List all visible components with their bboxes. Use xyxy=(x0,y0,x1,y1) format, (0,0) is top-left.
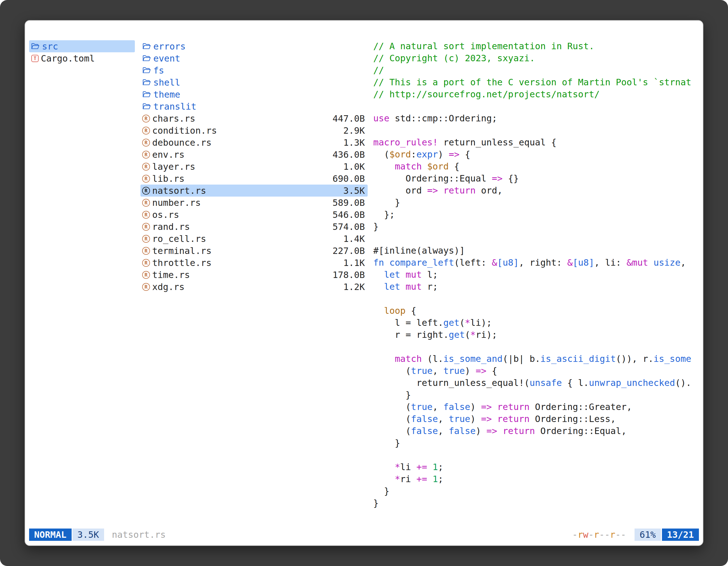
dir-row[interactable]: src xyxy=(29,40,135,52)
code-line: (false, false) => return Ordering::Equal… xyxy=(373,425,699,437)
file-row[interactable]: Rterminal.rs227.0B xyxy=(140,245,368,257)
code-line xyxy=(373,233,699,245)
code-line: *ri += 1; xyxy=(373,473,699,485)
file-name: shell xyxy=(153,77,180,88)
file-size: 178.0B xyxy=(332,270,365,280)
folder-icon xyxy=(142,90,151,99)
rust-file-icon: R xyxy=(142,283,150,291)
file-name: layer.rs xyxy=(152,161,195,172)
code-line: fn compare_left(left: &[u8], right: &[u8… xyxy=(373,257,699,269)
rust-file-icon: R xyxy=(142,271,150,279)
file-size: 690.0B xyxy=(332,173,365,184)
code-line: }; xyxy=(373,209,699,221)
file-name: time.rs xyxy=(152,270,190,280)
code-line: (false, true) => return Ordering::Less, xyxy=(373,413,699,425)
code-line: return_unless_equal!(unsafe { l.unwrap_u… xyxy=(373,377,699,389)
file-name: terminal.rs xyxy=(152,246,212,256)
file-size: 574.0B xyxy=(332,222,365,232)
dir-row[interactable]: fs xyxy=(140,64,368,76)
status-scroll-percent: 61% xyxy=(635,529,661,541)
file-name: condition.rs xyxy=(152,125,217,136)
file-size: 1.4K xyxy=(343,234,365,244)
code-line: macro_rules! return_unless_equal { xyxy=(373,137,699,149)
file-size: 546.0B xyxy=(332,210,365,220)
dir-row[interactable]: theme xyxy=(140,88,368,100)
file-size: 436.0B xyxy=(332,149,365,160)
code-line: (true, true) => { xyxy=(373,365,699,377)
status-permissions: -rw-r--r-- xyxy=(572,529,626,540)
status-filename: natsort.rs xyxy=(112,529,166,540)
file-row[interactable]: Rrand.rs574.0B xyxy=(140,221,368,233)
file-row[interactable]: Renv.rs436.0B xyxy=(140,149,368,161)
folder-icon xyxy=(142,78,151,87)
dir-row[interactable]: shell xyxy=(140,76,368,88)
file-name: Cargo.toml xyxy=(41,53,95,64)
rust-file-icon: R xyxy=(142,223,150,231)
file-row[interactable]: Ros.rs546.0B xyxy=(140,209,368,221)
file-size: 1.3K xyxy=(343,137,365,148)
file-row[interactable]: Rchars.rs447.0B xyxy=(140,112,368,125)
file-name: xdg.rs xyxy=(152,282,185,292)
file-name: natsort.rs xyxy=(152,186,206,196)
code-line: *li += 1; xyxy=(373,461,699,473)
file-name: fs xyxy=(153,65,164,76)
dir-row[interactable]: errors xyxy=(140,40,368,52)
file-row[interactable]: Rdebounce.rs1.3K xyxy=(140,137,368,149)
code-line: } xyxy=(373,485,699,497)
file-row[interactable]: TCargo.toml xyxy=(29,52,135,64)
file-name: chars.rs xyxy=(152,113,195,124)
dir-row[interactable]: event xyxy=(140,52,368,64)
file-size: 3.5K xyxy=(343,186,365,196)
toml-file-icon: T xyxy=(31,55,39,62)
file-row[interactable]: Rlayer.rs1.0K xyxy=(140,161,368,173)
rust-file-icon: R xyxy=(142,115,150,123)
file-size: 589.0B xyxy=(332,198,365,208)
file-name: event xyxy=(153,53,180,64)
rust-file-icon: R xyxy=(142,187,150,195)
code-line: } xyxy=(373,197,699,209)
file-size: 447.0B xyxy=(332,113,365,124)
code-line: l = left.get(*li); xyxy=(373,317,699,329)
file-row[interactable]: Rxdg.rs1.2K xyxy=(140,281,368,293)
file-name: errors xyxy=(153,41,186,52)
code-line xyxy=(373,449,699,461)
file-name: env.rs xyxy=(152,149,185,160)
code-line: } xyxy=(373,437,699,449)
file-row[interactable]: Rnatsort.rs3.5K xyxy=(140,185,368,197)
mode-badge: NORMAL xyxy=(29,529,72,541)
preview-pane: // A natural sort implementation in Rust… xyxy=(373,40,699,529)
code-line: (true, false) => return Ordering::Greate… xyxy=(373,401,699,413)
current-pane: errorseventfsshellthemetranslitRchars.rs… xyxy=(140,40,368,529)
code-line xyxy=(373,100,699,112)
file-name: debounce.rs xyxy=(152,137,212,148)
file-size: 1.0K xyxy=(343,161,365,172)
desktop-background: srcTCargo.toml errorseventfsshellthemetr… xyxy=(0,0,728,566)
rust-file-icon: R xyxy=(142,199,150,207)
folder-icon xyxy=(142,66,151,75)
status-cursor-position: 13/21 xyxy=(662,529,699,541)
file-size: 1.1K xyxy=(343,258,365,268)
rust-file-icon: R xyxy=(142,247,150,255)
code-line: ($ord:expr) => { xyxy=(373,149,699,161)
file-row[interactable]: Rro_cell.rs1.4K xyxy=(140,233,368,245)
dir-row[interactable]: translit xyxy=(140,100,368,112)
panes-container: srcTCargo.toml errorseventfsshellthemetr… xyxy=(25,21,703,529)
code-line: match (l.is_some_and(|b| b.is_ascii_digi… xyxy=(373,353,699,365)
file-row[interactable]: Rnumber.rs589.0B xyxy=(140,197,368,209)
code-line: } xyxy=(373,221,699,233)
status-right-group: -rw-r--r-- 61% 13/21 xyxy=(572,529,699,541)
folder-icon xyxy=(142,42,151,51)
code-line: let mut l; xyxy=(373,269,699,281)
file-name: os.rs xyxy=(152,210,179,220)
code-line: // xyxy=(373,64,699,76)
file-row[interactable]: Rlib.rs690.0B xyxy=(140,173,368,185)
code-line xyxy=(373,125,699,137)
rust-file-icon: R xyxy=(142,175,150,183)
file-row[interactable]: Rthrottle.rs1.1K xyxy=(140,257,368,269)
file-row[interactable]: Rcondition.rs2.9K xyxy=(140,125,368,137)
code-line xyxy=(373,293,699,305)
file-size: 227.0B xyxy=(332,246,365,256)
code-line: loop { xyxy=(373,305,699,317)
file-row[interactable]: Rtime.rs178.0B xyxy=(140,269,368,281)
status-file-size: 3.5K xyxy=(72,529,104,541)
